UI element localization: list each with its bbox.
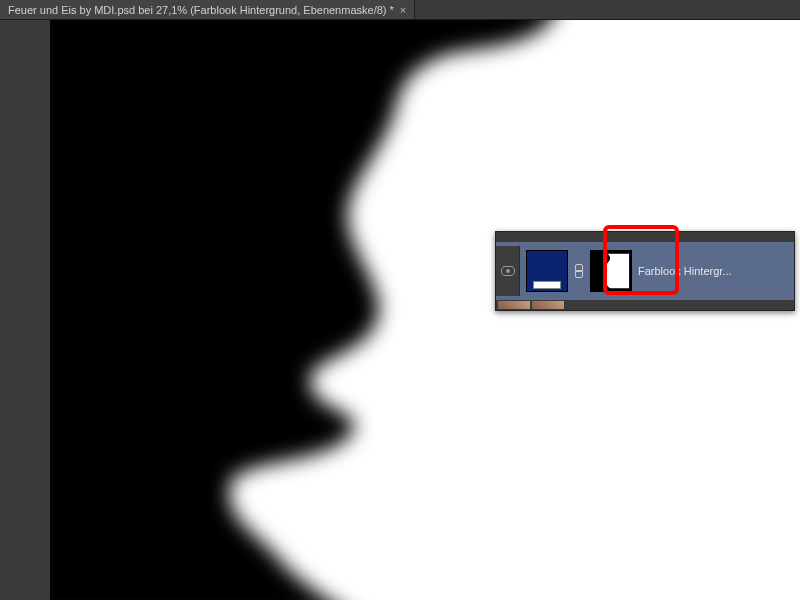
document-tab[interactable]: Feuer und Eis by MDI.psd bei 27,1% (Farb… xyxy=(0,0,415,19)
layer-thumbnail-peek xyxy=(498,301,530,309)
layer-visibility-toggle[interactable] xyxy=(496,246,520,296)
layer-row-selected[interactable]: Farblook Hintergr... xyxy=(496,242,794,300)
layers-panel-header-strip xyxy=(496,232,794,242)
workspace: Farblook Hintergr... xyxy=(0,20,800,600)
layer-fill-thumbnail[interactable] xyxy=(526,250,568,292)
layer-mask-thumbnail[interactable] xyxy=(590,250,632,292)
document-tab-bar: Feuer und Eis by MDI.psd bei 27,1% (Farb… xyxy=(0,0,800,20)
layers-panel[interactable]: Farblook Hintergr... xyxy=(495,231,795,311)
canvas-gutter xyxy=(0,20,50,600)
document-tab-title: Feuer und Eis by MDI.psd bei 27,1% (Farb… xyxy=(8,4,394,16)
close-icon[interactable]: × xyxy=(400,4,406,16)
eye-icon xyxy=(501,266,515,276)
layers-panel-next-row-peek xyxy=(496,300,794,310)
link-icon[interactable] xyxy=(574,264,584,278)
layer-name-label[interactable]: Farblook Hintergr... xyxy=(638,265,788,277)
layer-thumbnail-peek xyxy=(532,301,564,309)
